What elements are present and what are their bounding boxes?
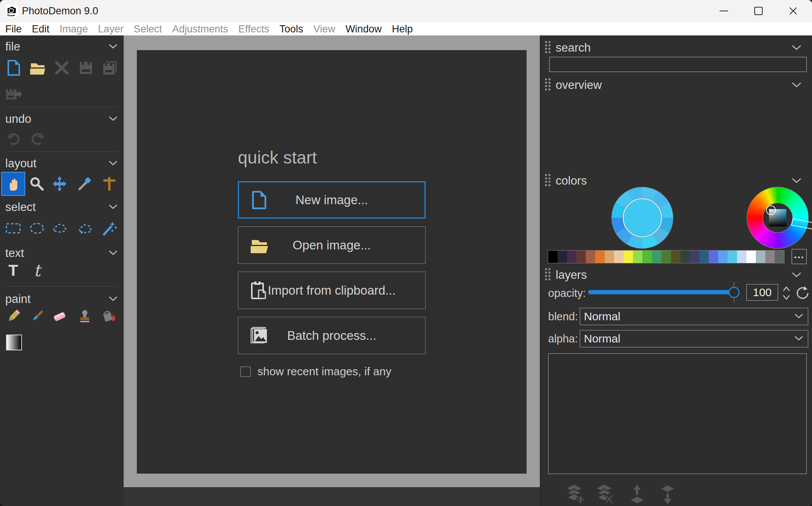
palette-swatch[interactable] bbox=[765, 251, 775, 263]
palette-swatch[interactable] bbox=[576, 251, 586, 263]
redo-tool[interactable] bbox=[29, 130, 46, 147]
palette-swatch[interactable] bbox=[595, 251, 605, 263]
palette-swatch[interactable] bbox=[690, 251, 699, 263]
drag-handle-icon[interactable] bbox=[545, 41, 547, 43]
palette-swatch[interactable] bbox=[699, 251, 709, 263]
advanced-text-tool[interactable]: t bbox=[29, 262, 45, 279]
drag-handle-icon[interactable] bbox=[545, 78, 547, 80]
new-image-button[interactable]: New image... bbox=[238, 181, 426, 219]
menu-file[interactable]: File bbox=[5, 23, 22, 35]
palette-swatch[interactable] bbox=[746, 251, 756, 263]
export-image-tool[interactable] bbox=[5, 86, 22, 102]
open-image-button[interactable]: Open image... bbox=[238, 226, 426, 264]
layers-list[interactable] bbox=[548, 353, 807, 474]
clone-stamp-tool[interactable] bbox=[77, 308, 93, 325]
blend-mode-dropdown[interactable]: Normal bbox=[580, 308, 808, 325]
section-header-text[interactable]: text bbox=[0, 246, 124, 261]
undo-tool[interactable] bbox=[5, 130, 22, 147]
section-header-select[interactable]: select bbox=[0, 200, 124, 215]
palette-swatch[interactable] bbox=[680, 251, 690, 263]
show-recent-checkbox[interactable] bbox=[241, 367, 251, 377]
hue-selector-notch[interactable] bbox=[791, 218, 812, 229]
hand-tool-selected[interactable] bbox=[1, 172, 25, 196]
import-clipboard-button[interactable]: Import from clipboard... bbox=[238, 272, 426, 309]
palette-swatch[interactable] bbox=[737, 251, 746, 263]
menu-image[interactable]: Image bbox=[60, 23, 88, 35]
close-image-tool[interactable] bbox=[54, 60, 70, 76]
new-image-tool[interactable] bbox=[5, 60, 22, 76]
palette-swatch[interactable] bbox=[558, 251, 567, 263]
opacity-value-box[interactable]: 100 bbox=[746, 284, 778, 301]
close-button[interactable] bbox=[776, 0, 810, 22]
minimize-button[interactable] bbox=[706, 0, 741, 22]
menu-effects[interactable]: Effects bbox=[238, 23, 269, 35]
palette-swatch[interactable] bbox=[642, 251, 652, 263]
palette-swatch[interactable] bbox=[586, 251, 595, 263]
opacity-spinner[interactable] bbox=[781, 285, 792, 301]
chevron-down-icon[interactable] bbox=[792, 45, 801, 50]
palette-swatch[interactable] bbox=[709, 251, 718, 263]
sv-cursor-icon[interactable] bbox=[766, 205, 776, 215]
overview-panel-header[interactable]: overview bbox=[541, 78, 812, 93]
menu-select[interactable]: Select bbox=[134, 23, 162, 35]
palette-swatch[interactable] bbox=[548, 251, 558, 263]
save-tool[interactable] bbox=[78, 60, 94, 76]
menu-adjustments[interactable]: Adjustments bbox=[172, 23, 228, 35]
move-tool[interactable] bbox=[51, 176, 68, 192]
search-panel-header[interactable]: search bbox=[541, 40, 812, 55]
gradient-tool[interactable] bbox=[6, 335, 22, 350]
chevron-down-icon[interactable] bbox=[792, 272, 801, 278]
palette-swatch[interactable] bbox=[728, 251, 737, 263]
saturation-value-square[interactable] bbox=[769, 209, 786, 226]
chevron-down-icon[interactable] bbox=[792, 82, 801, 88]
search-input[interactable] bbox=[549, 57, 807, 72]
opacity-reset-button[interactable] bbox=[794, 284, 810, 301]
paintbrush-tool[interactable] bbox=[29, 308, 45, 325]
menu-layer[interactable]: Layer bbox=[98, 23, 124, 35]
color-variants-wheel[interactable] bbox=[611, 187, 673, 249]
layers-panel-header[interactable]: layers bbox=[541, 268, 812, 283]
color-picker-tool[interactable] bbox=[77, 176, 93, 192]
delete-layer-button[interactable] bbox=[593, 484, 615, 506]
basic-text-tool[interactable]: T bbox=[5, 262, 21, 279]
raise-layer-button[interactable] bbox=[626, 484, 648, 506]
save-as-tool[interactable] bbox=[102, 60, 118, 76]
palette-swatch[interactable] bbox=[775, 251, 784, 263]
rect-select-tool[interactable] bbox=[5, 220, 21, 237]
menu-window[interactable]: Window bbox=[345, 23, 381, 35]
palette-swatch[interactable] bbox=[756, 251, 765, 263]
drag-handle-icon[interactable] bbox=[545, 174, 547, 176]
menu-help[interactable]: Help bbox=[392, 23, 413, 35]
opacity-slider[interactable] bbox=[588, 290, 736, 294]
palette-swatch[interactable] bbox=[624, 251, 633, 263]
polygon-select-tool[interactable] bbox=[77, 220, 93, 237]
palette-swatch[interactable] bbox=[662, 251, 671, 263]
open-image-tool[interactable] bbox=[29, 60, 46, 76]
section-header-paint[interactable]: paint bbox=[0, 292, 124, 307]
menu-view[interactable]: View bbox=[313, 23, 335, 35]
alpha-mode-dropdown[interactable]: Normal bbox=[580, 330, 808, 347]
section-header-file[interactable]: file bbox=[0, 39, 124, 54]
measure-tool[interactable] bbox=[101, 176, 118, 192]
lasso-select-tool[interactable] bbox=[51, 220, 68, 237]
add-layer-button[interactable] bbox=[563, 484, 585, 506]
palette-swatch[interactable] bbox=[718, 251, 728, 263]
section-header-undo[interactable]: undo bbox=[0, 112, 124, 127]
drag-handle-icon[interactable] bbox=[545, 268, 547, 270]
palette-swatch[interactable] bbox=[633, 251, 642, 263]
maximize-button[interactable] bbox=[741, 0, 776, 22]
current-color-disc[interactable] bbox=[623, 198, 662, 237]
pencil-tool[interactable] bbox=[5, 308, 21, 325]
palette-swatch[interactable] bbox=[567, 251, 576, 263]
palette-swatch[interactable] bbox=[671, 251, 680, 263]
fill-tool[interactable] bbox=[101, 308, 118, 325]
lower-layer-button[interactable] bbox=[657, 484, 679, 506]
palette-more-button[interactable]: ... bbox=[792, 249, 807, 264]
palette-swatch[interactable] bbox=[605, 251, 614, 263]
palette-swatch[interactable] bbox=[614, 251, 624, 263]
palette-swatch[interactable] bbox=[652, 251, 662, 263]
batch-process-button[interactable]: Batch process... bbox=[238, 317, 426, 354]
magic-wand-tool[interactable] bbox=[101, 220, 118, 237]
hue-wheel[interactable] bbox=[747, 187, 809, 249]
menu-tools[interactable]: Tools bbox=[279, 23, 303, 35]
